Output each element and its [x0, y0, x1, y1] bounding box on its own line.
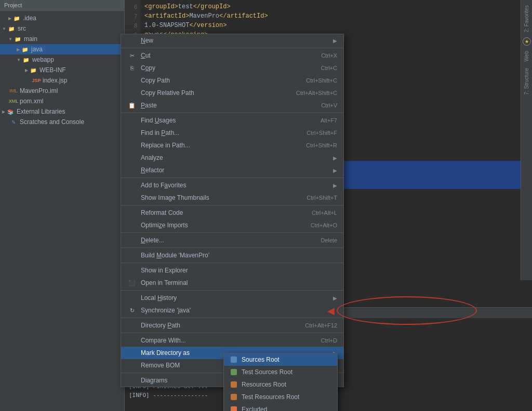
tree-item-pomxml[interactable]: XML pom.xml — [0, 96, 124, 106]
menu-item-cut[interactable]: ✂ Cut Ctrl+X — [121, 49, 343, 62]
tree-label: pom.xml — [20, 98, 43, 105]
web-tool[interactable]: Web — [523, 48, 530, 64]
chevron-icon: ▼ — [17, 58, 21, 62]
menu-item-copy-path[interactable]: Copy Path Ctrl+Shift+C — [121, 74, 343, 87]
star-icon: ★ — [525, 39, 529, 44]
menu-item-local-history[interactable]: Local History ▶ — [121, 292, 343, 304]
menu-item-find-in-path[interactable]: Find in Path... Ctrl+Shift+F — [121, 127, 343, 139]
sync-icon: ↻ — [127, 306, 137, 314]
tree-item-webinf[interactable]: ▶ 📁 WEB-INF — [0, 65, 124, 75]
submenu-item-resources-root[interactable]: Resources Root — [224, 378, 337, 391]
menu-item-delete[interactable]: Delete... Delete — [121, 234, 343, 246]
menu-icon — [127, 266, 137, 275]
folder-icon: 📁 — [29, 66, 37, 74]
sources-root-icon — [229, 355, 238, 364]
shortcut-label: Ctrl+Alt+O — [311, 222, 337, 228]
structure-tool[interactable]: 7: Structure — [523, 65, 530, 98]
sidebar-header: Project — [0, 0, 124, 11]
shortcut-label: Ctrl+V — [321, 102, 337, 108]
line-num: 7 — [125, 11, 140, 21]
menu-label: Reformat Code — [141, 209, 301, 216]
shortcut-label: Ctrl+Shift+C — [306, 77, 337, 84]
menu-icon — [127, 76, 137, 85]
menu-item-refactor[interactable]: Refactor ▶ — [121, 164, 343, 176]
menu-label: Paste — [141, 102, 311, 109]
favorites-tool[interactable]: 2: Favorites — [523, 2, 530, 35]
tree-label: src — [18, 25, 26, 32]
menu-separator — [121, 333, 343, 333]
chevron-icon: ▶ — [17, 47, 20, 52]
menu-item-copy[interactable]: ⎘ Copy Ctrl+C — [121, 62, 343, 74]
menu-item-directory-path[interactable]: Directory Path Ctrl+Alt+F12 — [121, 319, 343, 332]
menu-item-build-module[interactable]: Build Module 'MavenPro' — [121, 249, 343, 262]
app-container: Project ▶ 📁 .idea ▼ 📁 src ▼ 📁 main — [0, 0, 532, 411]
folder-icon: 📁 — [7, 24, 16, 33]
menu-label: Compare With... — [141, 337, 311, 344]
menu-label: Show in Explorer — [141, 267, 337, 274]
menu-label: Delete... — [141, 237, 310, 244]
menu-item-show-image[interactable]: Show Image Thumbnails Ctrl+Shift+T — [121, 191, 343, 204]
menu-item-open-terminal[interactable]: ⬛ Open in Terminal — [121, 277, 343, 289]
menu-label: Copy Relative Path — [141, 89, 286, 97]
menu-item-show-explorer[interactable]: Show in Explorer — [121, 264, 343, 277]
tree-item-scratches[interactable]: ✎ Scratches and Console — [0, 117, 124, 127]
chevron-icon: ▶ — [25, 68, 28, 73]
tree-label: .idea — [23, 15, 36, 22]
menu-icon — [127, 321, 137, 330]
tree-item-main[interactable]: ▼ 📁 main — [0, 34, 124, 44]
submenu-item-test-resources-root[interactable]: Test Resources Root — [224, 391, 337, 403]
scratch-icon: ✎ — [9, 118, 18, 126]
submenu-arrow: ▶ — [333, 168, 337, 173]
tree-item-ext-libs[interactable]: ▶ 📚 External Libraries — [0, 106, 124, 117]
test-resources-root-icon — [229, 393, 238, 401]
menu-item-find-usages[interactable]: Find Usages Alt+F7 — [121, 114, 343, 127]
menu-label: Find in Path... — [141, 129, 296, 136]
menu-item-paste[interactable]: 📋 Paste Ctrl+V — [121, 99, 343, 112]
tree-item-idea[interactable]: ▶ 📁 .idea — [0, 13, 124, 23]
tree-item-webapp[interactable]: ▼ 📁 webapp — [0, 54, 124, 65]
menu-separator — [121, 205, 343, 206]
menu-icon — [127, 294, 137, 302]
menu-label: Optimize Imports — [141, 222, 300, 229]
shortcut-label: Ctrl+Shift+R — [306, 142, 337, 148]
submenu-item-excluded[interactable]: Excluded — [224, 403, 337, 411]
copy-icon: ⎘ — [127, 64, 137, 72]
code-line: <artifactId>MavenPro</artifactId> — [144, 11, 528, 21]
menu-label: Build Module 'MavenPro' — [141, 252, 337, 259]
submenu-arrow: ▶ — [333, 183, 337, 188]
shortcut-label: Ctrl+D — [321, 337, 337, 344]
submenu-item-test-sources-root[interactable]: Test Sources Root — [224, 366, 337, 378]
shortcut-label: Ctrl+X — [321, 52, 337, 59]
shortcut-label: Ctrl+Alt+F12 — [305, 322, 337, 328]
menu-separator — [121, 48, 343, 48]
menu-icon — [127, 166, 137, 174]
tree-label: External Libraries — [17, 108, 65, 115]
shortcut-label: Ctrl+Alt+L — [312, 210, 337, 216]
menu-item-add-favorites[interactable]: Add to Favorites ▶ — [121, 179, 343, 191]
menu-label: Directory Path — [141, 322, 295, 329]
menu-item-copy-relative[interactable]: Copy Relative Path Ctrl+Alt+Shift+C — [121, 87, 343, 99]
sidebar: Project ▶ 📁 .idea ▼ 📁 src ▼ 📁 main — [0, 0, 125, 411]
tree-item-java[interactable]: ▶ 📁 java — [0, 44, 124, 54]
menu-item-optimize[interactable]: Optimize Imports Ctrl+Alt+O — [121, 219, 343, 231]
context-menu: New ▶ ✂ Cut Ctrl+X ⎘ Copy Ctrl+C Copy Pa… — [121, 34, 344, 387]
menu-item-compare-with[interactable]: Compare With... Ctrl+D — [121, 334, 343, 347]
menu-icon — [127, 194, 137, 202]
menu-item-reformat[interactable]: Reformat Code Ctrl+Alt+L — [121, 207, 343, 219]
tree-item-iml[interactable]: IML MavenPro.iml — [0, 86, 124, 96]
shortcut-label: Ctrl+C — [321, 65, 337, 71]
menu-item-new[interactable]: New ▶ — [121, 34, 343, 47]
menu-item-analyze[interactable]: Analyze ▶ — [121, 152, 343, 164]
tree-item-src[interactable]: ▼ 📁 src — [0, 23, 124, 34]
favorites-icon: ★ — [523, 37, 531, 46]
tree-item-indexjsp[interactable]: JSP index.jsp — [0, 75, 124, 86]
menu-separator — [121, 248, 343, 248]
menu-icon — [127, 89, 137, 97]
menu-item-synchronize[interactable]: ↻ Synchronize 'java' — [121, 304, 343, 317]
submenu-item-sources-root[interactable]: Sources Root — [224, 353, 337, 366]
menu-item-replace-in-path[interactable]: Replace in Path... Ctrl+Shift+R — [121, 139, 343, 152]
menu-label: Cut — [141, 52, 311, 59]
menu-label: Find Usages — [141, 117, 310, 124]
jsp-icon: JSP — [32, 76, 41, 85]
code-line: <groupId>test</groupId> — [144, 2, 528, 11]
